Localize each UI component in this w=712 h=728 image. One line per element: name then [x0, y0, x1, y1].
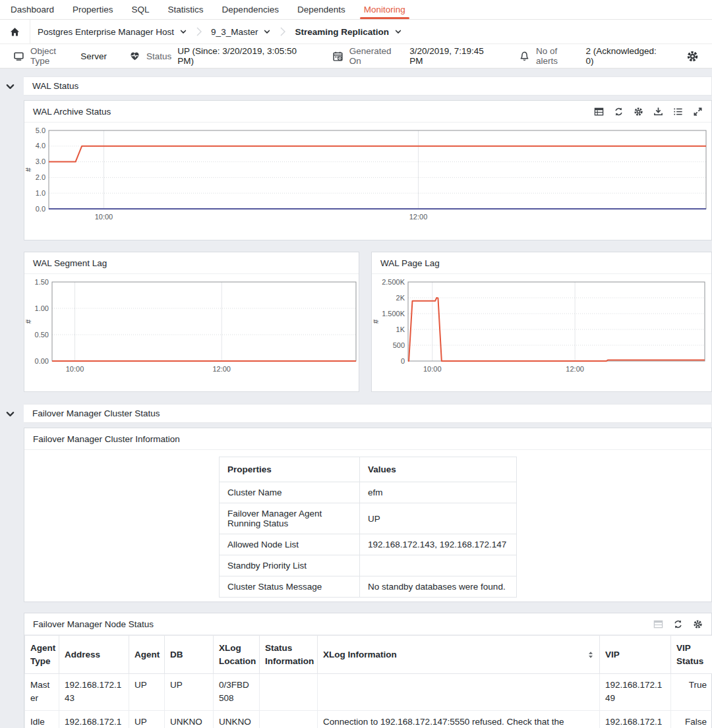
- svg-text:1K: 1K: [396, 325, 405, 333]
- tab-statistics[interactable]: Statistics: [159, 0, 213, 19]
- gear-icon[interactable]: [693, 619, 703, 629]
- generated-on-item: Generated On 3/20/2019, 7:19:45 PM: [332, 46, 496, 66]
- table-view-icon[interactable]: [594, 107, 604, 117]
- breadcrumb-server-label: 9_3_Master: [211, 27, 258, 37]
- address-column-header[interactable]: Address: [59, 636, 129, 674]
- cluster-information-panel: Failover Manager Cluster Information Pro…: [24, 428, 712, 602]
- tab-sql[interactable]: SQL: [123, 0, 159, 19]
- vip-status-column-header[interactable]: VIP Status: [671, 636, 712, 674]
- table-view-icon-disabled: [653, 619, 663, 629]
- wal-segment-chart[interactable]: 10:0012:000.000.501.001.50#: [24, 274, 359, 391]
- svg-text:#: #: [372, 319, 380, 323]
- svg-text:10:00: 10:00: [423, 365, 442, 373]
- panel-toolbar: [653, 619, 703, 629]
- svg-text:5.0: 5.0: [36, 126, 45, 134]
- legend-list-icon[interactable]: [673, 107, 683, 117]
- breadcrumb: Postgres Enterprise Manager Host 9_3_Mas…: [0, 20, 712, 44]
- refresh-icon[interactable]: [673, 619, 683, 629]
- sort-icon[interactable]: [587, 651, 594, 659]
- db-column-header[interactable]: DB: [165, 636, 214, 674]
- download-icon[interactable]: [653, 107, 663, 117]
- values-column-header: Values: [360, 457, 517, 482]
- expand-icon[interactable]: [693, 107, 703, 117]
- table-header-row: Properties Values: [220, 457, 517, 482]
- svg-text:500: 500: [393, 341, 405, 349]
- wal-archive-panel-header: WAL Archive Status: [24, 101, 711, 123]
- table-row: Cluster Status Message No standby databa…: [220, 576, 517, 598]
- object-type-value: Server: [80, 51, 107, 61]
- wal-archive-status-panel: WAL Archive Status: [24, 100, 712, 240]
- failover-section-header[interactable]: Failover Manager Cluster Status: [24, 404, 712, 423]
- home-button[interactable]: [0, 20, 30, 43]
- section-failover-manager: Failover Manager Cluster Status Failover…: [0, 404, 712, 728]
- table-row: Failover Manager Agent Running Status UP: [220, 503, 517, 534]
- alerts-value: 2 (Acknowledged: 0): [585, 46, 664, 66]
- status-information-column-header[interactable]: Status Information: [260, 636, 318, 674]
- status-label: Status: [146, 51, 171, 61]
- gear-icon[interactable]: [634, 107, 643, 117]
- refresh-icon[interactable]: [614, 107, 624, 117]
- chevron-down-icon: [263, 28, 271, 36]
- svg-text:2.0: 2.0: [36, 173, 45, 181]
- svg-text:4.0: 4.0: [36, 142, 45, 150]
- generated-on-label: Generated On: [349, 46, 404, 66]
- node-status-panel-header: Failover Manager Node Status: [24, 613, 711, 635]
- wal-status-section-header[interactable]: WAL Status: [24, 76, 712, 96]
- tab-properties[interactable]: Properties: [63, 0, 123, 19]
- wal-segment-panel-header: WAL Segment Lag: [24, 252, 359, 274]
- svg-text:1.50: 1.50: [35, 278, 49, 286]
- cluster-info-panel-header: Failover Manager Cluster Information: [24, 428, 711, 450]
- chevron-down-icon: [179, 28, 187, 36]
- node-status-panel: Failover Manager Node Status: [24, 613, 712, 728]
- wal-page-lag-panel: WAL Page Lag 10:0012:0005001K1.500K2K2.5…: [371, 252, 712, 392]
- tab-dashboard[interactable]: Dashboard: [1, 0, 63, 19]
- breadcrumb-separator-icon: [194, 20, 204, 43]
- vip-column-header[interactable]: VIP: [600, 636, 671, 674]
- table-row: Cluster Name efm: [220, 482, 517, 503]
- settings-gear-icon[interactable]: [686, 50, 699, 63]
- table-row[interactable]: Idle 192.168.172.147 UP UNKNOWN UNKNOWN …: [25, 710, 712, 728]
- breadcrumb-item-host[interactable]: Postgres Enterprise Manager Host: [30, 20, 194, 43]
- monitor-icon: [13, 51, 24, 62]
- info-bar: Object Type Server Status UP (Since: 3/2…: [0, 44, 712, 69]
- svg-text:0.0: 0.0: [36, 205, 45, 213]
- tab-dependents[interactable]: Dependents: [288, 0, 355, 19]
- table-row: Allowed Node List 192.168.172.143, 192.1…: [220, 534, 517, 555]
- panel-title: Failover Manager Node Status: [33, 619, 154, 629]
- wal-page-panel-header: WAL Page Lag: [372, 252, 711, 274]
- object-type-item: Object Type Server: [13, 46, 107, 66]
- svg-text:0.00: 0.00: [35, 357, 49, 365]
- tab-dependencies[interactable]: Dependencies: [213, 0, 288, 19]
- breadcrumb-separator-icon: [278, 20, 287, 43]
- wal-page-chart[interactable]: 10:0012:0005001K1.500K2K2.500K#: [372, 274, 711, 391]
- top-tab-bar: Dashboard Properties SQL Statistics Depe…: [0, 0, 712, 20]
- status-value: UP (Since: 3/20/2019, 3:05:50 PM): [177, 46, 309, 66]
- panel-toolbar: [594, 107, 703, 117]
- wal-archive-chart[interactable]: 10:0012:000.01.02.03.04.05.0#: [24, 123, 711, 240]
- section-wal-status: WAL Status WAL Archive Status: [0, 76, 712, 392]
- svg-text:2K: 2K: [396, 294, 405, 302]
- svg-text:#: #: [24, 319, 32, 323]
- collapse-chevron-icon[interactable]: [5, 409, 15, 419]
- tab-monitoring[interactable]: Monitoring: [355, 0, 415, 19]
- node-status-table: Agent Type Address Agent DB XLog Locatio…: [24, 635, 712, 728]
- svg-text:#: #: [24, 167, 32, 172]
- generated-on-value: 3/20/2019, 7:19:45 PM: [409, 46, 496, 66]
- breadcrumb-dashboard-label: Streaming Replication: [295, 27, 389, 37]
- agent-column-header[interactable]: Agent: [129, 636, 165, 674]
- calendar-clock-icon: [332, 51, 343, 62]
- agent-type-column-header[interactable]: Agent Type: [25, 636, 59, 674]
- svg-text:0.50: 0.50: [35, 331, 49, 339]
- xlog-location-column-header[interactable]: XLog Location: [214, 636, 260, 674]
- collapse-chevron-icon[interactable]: [5, 82, 15, 92]
- breadcrumb-item-dashboard[interactable]: Streaming Replication: [287, 20, 409, 43]
- table-row[interactable]: Master 192.168.172.143 UP UP 0/3FBD508 1…: [25, 674, 712, 711]
- panel-title: WAL Page Lag: [380, 258, 440, 268]
- breadcrumb-item-server[interactable]: 9_3_Master: [204, 20, 278, 43]
- svg-text:3.0: 3.0: [36, 157, 45, 165]
- svg-text:1.0: 1.0: [36, 189, 45, 197]
- properties-column-header: Properties: [220, 457, 360, 482]
- panel-title: Failover Manager Cluster Information: [33, 434, 180, 444]
- dashboard-content: WAL Status WAL Archive Status: [0, 69, 712, 728]
- xlog-information-column-header[interactable]: XLog Information: [318, 636, 600, 674]
